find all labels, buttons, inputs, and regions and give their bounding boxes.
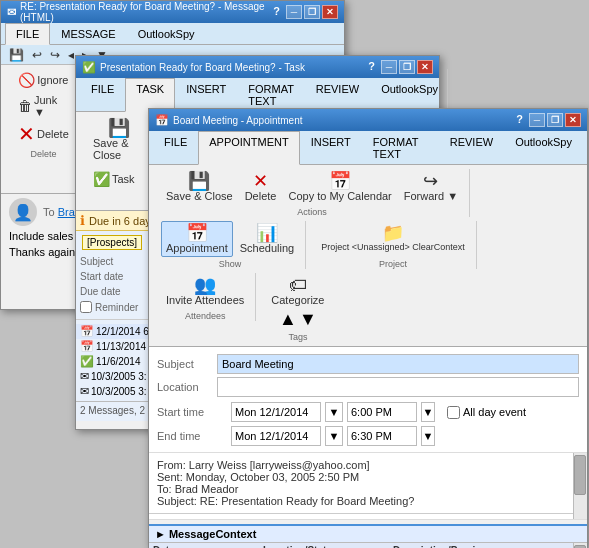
allday-checkbox[interactable] — [447, 406, 460, 419]
subject-input[interactable] — [217, 354, 579, 374]
appt-forward-btn[interactable]: ↪ Forward ▼ — [399, 169, 463, 205]
end-time-row: End time ▼ ▼ — [149, 424, 587, 448]
task-save-close-btn[interactable]: 💾 Save & Close — [88, 116, 151, 164]
subject-line: Subject: RE: Presentation Ready for Boar… — [157, 495, 579, 507]
junk-btn[interactable]: 🗑 Junk ▼ — [13, 91, 74, 121]
start-time-input[interactable] — [347, 402, 417, 422]
appt-categorize-btn[interactable]: 🏷 Categorize — [266, 273, 329, 309]
appt-tab-file[interactable]: FILE — [153, 131, 198, 164]
tags-scroll-down[interactable]: ▼ — [299, 309, 317, 330]
email-help-btn[interactable]: ? — [273, 5, 280, 19]
subject-label: Subject — [157, 358, 217, 370]
task-help-btn[interactable]: ? — [368, 60, 375, 74]
end-date-cal-btn[interactable]: ▼ — [325, 426, 343, 446]
scheduling-btn[interactable]: 📊 Scheduling — [235, 221, 299, 257]
task-restore-btn[interactable]: ❐ — [399, 60, 415, 74]
task-title-bar: ✅ Presentation Ready for Board Meeting? … — [76, 56, 439, 78]
appt-title: Board Meeting - Appointment — [173, 115, 303, 126]
sender-avatar: 👤 — [9, 198, 37, 226]
task-close-btn[interactable]: ✕ — [417, 60, 433, 74]
email-minimize-btn[interactable]: ─ — [286, 5, 302, 19]
project-icon: 📁 — [382, 224, 404, 242]
email-scroll-thumb[interactable] — [574, 455, 586, 495]
appt-tab-outlookspy[interactable]: OutlookSpy — [504, 131, 583, 164]
msg-context-section: ► MessageContext Date ▼ Location/Status … — [149, 524, 587, 548]
appt-ribbon-tabs: FILE APPOINTMENT INSERT FORMAT TEXT REVI… — [149, 131, 587, 165]
start-label: Start time — [157, 406, 227, 418]
appt-tab-appointment[interactable]: APPOINTMENT — [198, 131, 299, 165]
scheduling-icon: 📊 — [256, 224, 278, 242]
subject-row: Subject — [149, 354, 587, 374]
msg-context-title: ► MessageContext — [155, 528, 256, 540]
invite-icon: 👥 — [194, 276, 216, 294]
appt-save-icon: 💾 — [188, 172, 210, 190]
appt-delete-btn[interactable]: ✕ Delete — [240, 169, 282, 205]
location-input[interactable] — [217, 377, 579, 397]
task-task-icon: ✅ — [93, 171, 110, 187]
appt-copy-calendar-btn[interactable]: 📅 Copy to My Calendar — [283, 169, 396, 205]
from-line: From: Larry Weiss [larryweiss@yahoo.com] — [157, 459, 579, 471]
appt-tab-insert[interactable]: INSERT — [300, 131, 362, 164]
appt-delete-icon: ✕ — [253, 172, 268, 190]
task-tab-review[interactable]: REVIEW — [305, 78, 370, 111]
location-label: Location — [157, 381, 217, 393]
email-preview-area: From: Larry Weiss [larryweiss@yahoo.com]… — [149, 452, 587, 520]
appt-actions-label: Actions — [297, 207, 327, 217]
appt-window: 📅 Board Meeting - Appointment ? ─ ❐ ✕ FI… — [148, 108, 588, 548]
qat-undo[interactable]: ↩ — [30, 48, 44, 62]
start-date-input[interactable] — [231, 402, 321, 422]
email-restore-btn[interactable]: ❐ — [304, 5, 320, 19]
appt-copy-cal-icon: 📅 — [329, 172, 351, 190]
attendees-group-label: Attendees — [185, 311, 226, 321]
task-tab-format[interactable]: FORMAT TEXT — [237, 78, 304, 111]
sent-line: Sent: Monday, October 03, 2005 2:50 PM — [157, 471, 579, 483]
junk-icon: 🗑 — [18, 98, 32, 114]
start-time-dropdown[interactable]: ▼ — [421, 402, 435, 422]
project-clearcontext-btn[interactable]: 📁 Project <Unassigned> ClearContext — [316, 221, 470, 255]
tags-scroll-up[interactable]: ▲ — [279, 309, 297, 330]
task-task-btn[interactable]: ✅ Task — [88, 168, 140, 190]
task-save-icon: 💾 — [108, 119, 130, 137]
end-time-dropdown[interactable]: ▼ — [421, 426, 435, 446]
appt-form: Subject Location Start time ▼ ▼ All day … — [149, 347, 587, 452]
appointment-show-icon: 📅 — [186, 224, 208, 242]
email-tab-message[interactable]: MESSAGE — [50, 23, 126, 44]
qat-redo[interactable]: ↪ — [48, 48, 62, 62]
qat-save[interactable]: 💾 — [7, 48, 26, 62]
email-tab-outlookspy[interactable]: OutlookSpy — [127, 23, 206, 44]
task-tab-task[interactable]: TASK — [125, 78, 175, 112]
col-status[interactable]: Location/Status — [259, 543, 389, 548]
msg-context-scrollbar[interactable] — [573, 543, 587, 548]
appt-help-btn[interactable]: ? — [516, 113, 523, 127]
appointment-show-btn[interactable]: 📅 Appointment — [161, 221, 233, 257]
reminder-checkbox[interactable] — [80, 301, 92, 313]
task-window-controls: ? ─ ❐ ✕ — [368, 60, 433, 74]
col-date[interactable]: Date ▼ — [149, 543, 259, 548]
start-date-cal-btn[interactable]: ▼ — [325, 402, 343, 422]
email-tab-file[interactable]: FILE — [5, 23, 50, 45]
project-group-label: Project — [379, 259, 407, 269]
appt-save-close-btn[interactable]: 💾 Save & Close — [161, 169, 238, 205]
task-tab-file[interactable]: FILE — [80, 78, 125, 111]
appt-tab-format[interactable]: FORMAT TEXT — [362, 131, 439, 164]
email-scrollbar[interactable] — [573, 453, 587, 519]
to-line: To: Brad Meador — [157, 483, 579, 495]
task-ribbon-tabs: FILE TASK INSERT FORMAT TEXT REVIEW Outl… — [76, 78, 439, 112]
delete-btn[interactable]: ✕ Delete — [13, 121, 74, 147]
col-description[interactable]: Description/Preview — [389, 543, 587, 548]
task-minimize-btn[interactable]: ─ — [381, 60, 397, 74]
appt-tab-review[interactable]: REVIEW — [439, 131, 504, 164]
appt-close-btn[interactable]: ✕ — [565, 113, 581, 127]
appt-window-controls: ? ─ ❐ ✕ — [516, 113, 581, 127]
invite-attendees-btn[interactable]: 👥 Invite Attendees — [161, 273, 249, 309]
appt-minimize-btn[interactable]: ─ — [529, 113, 545, 127]
end-time-input[interactable] — [347, 426, 417, 446]
email-close-btn[interactable]: ✕ — [322, 5, 338, 19]
end-date-input[interactable] — [231, 426, 321, 446]
task-tab-outlookspy[interactable]: OutlookSpy — [370, 78, 449, 111]
email-window-controls: ? ─ ❐ ✕ — [273, 5, 338, 19]
appt-restore-btn[interactable]: ❐ — [547, 113, 563, 127]
msg-context-table: Date ▼ Location/Status Description/Previ… — [149, 543, 587, 548]
task-tab-insert[interactable]: INSERT — [175, 78, 237, 111]
ignore-btn[interactable]: 🚫 Ignore — [13, 69, 73, 91]
